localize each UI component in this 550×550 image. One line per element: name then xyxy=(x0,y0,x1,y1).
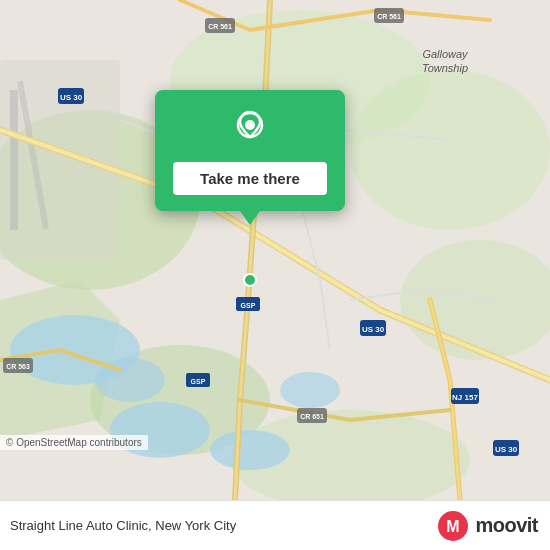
svg-point-12 xyxy=(280,372,340,408)
svg-point-10 xyxy=(210,430,290,470)
svg-text:US 30: US 30 xyxy=(495,445,518,454)
svg-text:Township: Township xyxy=(422,62,468,74)
svg-text:GSP: GSP xyxy=(241,302,256,309)
svg-point-40 xyxy=(245,120,255,130)
svg-text:US 30: US 30 xyxy=(60,93,83,102)
svg-text:CR 563: CR 563 xyxy=(6,363,30,370)
svg-text:GSP: GSP xyxy=(191,378,206,385)
copyright-text: © OpenStreetMap contributors xyxy=(6,437,142,448)
popup-card: Take me there xyxy=(155,90,345,211)
svg-text:US 30: US 30 xyxy=(362,325,385,334)
take-me-there-button[interactable]: Take me there xyxy=(173,162,327,195)
moovit-icon: M xyxy=(437,510,469,542)
copyright-bar: © OpenStreetMap contributors xyxy=(0,435,148,450)
location-label: Straight Line Auto Clinic, New York City xyxy=(10,518,236,533)
moovit-logo: M moovit xyxy=(437,510,538,542)
location-pin-icon xyxy=(228,108,272,152)
map-container: US 30 GSP GSP US 30 NJ 157 CR 651 CR 563… xyxy=(0,0,550,500)
bottom-bar: Straight Line Auto Clinic, New York City… xyxy=(0,500,550,550)
svg-rect-14 xyxy=(10,90,18,230)
svg-text:Galloway: Galloway xyxy=(422,48,469,60)
svg-point-3 xyxy=(350,70,550,230)
svg-text:CR 561: CR 561 xyxy=(377,13,401,20)
svg-text:CR 561: CR 561 xyxy=(208,23,232,30)
svg-text:M: M xyxy=(447,518,460,535)
svg-text:CR 651: CR 651 xyxy=(300,413,324,420)
svg-text:NJ 157: NJ 157 xyxy=(452,393,478,402)
svg-point-38 xyxy=(244,274,256,286)
moovit-text: moovit xyxy=(475,514,538,537)
